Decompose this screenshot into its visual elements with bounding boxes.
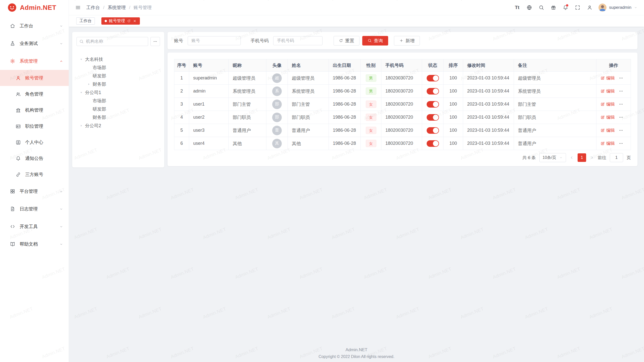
sidebar-item-workbench[interactable]: 工作台 — [0, 17, 69, 35]
search-button[interactable]: 查询 — [362, 36, 388, 46]
sidebar-item-help-docs[interactable]: 帮助文档 — [0, 235, 69, 253]
breadcrumb-item[interactable]: 工作台 — [86, 5, 100, 11]
status-toggle[interactable] — [427, 101, 439, 108]
table-row: 5 user3 普通用户 普 普通用户 1986-06-28 女 1802003… — [174, 124, 631, 137]
page-1-button[interactable]: 1 — [578, 153, 586, 162]
sidebar-item-label: 日志管理 — [20, 206, 38, 212]
status-toggle[interactable] — [427, 114, 439, 121]
search-button[interactable] — [538, 4, 545, 11]
sidebar-item-notice[interactable]: 通知公告 — [0, 150, 69, 166]
row-more-button[interactable] — [619, 128, 623, 133]
edit-label: 编辑 — [606, 75, 615, 81]
row-more-button[interactable] — [619, 76, 623, 80]
status-toggle[interactable] — [427, 127, 439, 134]
cell-name: 其他 — [288, 137, 329, 150]
sidebar-item-role-manage[interactable]: 角色管理 — [0, 86, 69, 102]
edit-button[interactable]: 编辑 — [600, 88, 615, 94]
sidebar-item-dev-tools[interactable]: 开发工具 — [0, 218, 69, 235]
sidebar-item-business-test[interactable]: 业务测试 — [0, 35, 69, 52]
sidebar-item-account-manage[interactable]: 账号管理 — [0, 70, 69, 86]
tree-caret-icon[interactable] — [79, 91, 85, 94]
tree-caret-icon[interactable] — [87, 82, 93, 86]
tree-node[interactable]: 研发部 — [76, 105, 160, 113]
row-more-button[interactable] — [619, 102, 623, 107]
tab-refresh-button[interactable] — [127, 19, 131, 23]
sidebar-toggle-button[interactable] — [74, 4, 81, 11]
cell-actions: 编辑 — [596, 98, 631, 111]
breadcrumb: 工作台/系统管理/账号管理 — [86, 5, 152, 11]
edit-button[interactable]: 编辑 — [600, 101, 615, 107]
status-toggle[interactable] — [427, 88, 439, 95]
account-input[interactable] — [188, 36, 241, 45]
sidebar-item-position-manage[interactable]: 职位管理 — [0, 118, 69, 134]
next-page-button[interactable] — [590, 155, 594, 160]
tree-node[interactable]: 财务部 — [76, 113, 160, 121]
cell-birthdate: 1986-06-28 — [329, 72, 361, 85]
sidebar-item-personal-center[interactable]: 个人中心 — [0, 134, 69, 150]
phone-input[interactable] — [273, 36, 323, 45]
tree-more-button[interactable] — [150, 37, 160, 46]
edit-button[interactable]: 编辑 — [600, 75, 615, 81]
tree-node[interactable]: 大名科技 — [76, 55, 160, 63]
row-more-button[interactable] — [619, 141, 623, 146]
tree-node[interactable]: 市场部 — [76, 97, 160, 105]
tree-node[interactable]: 市场部 — [76, 63, 160, 72]
sidebar-item-org-manage[interactable]: 机构管理 — [0, 102, 69, 118]
search-button-label: 查询 — [374, 38, 383, 44]
tree-node[interactable]: 财务部 — [76, 80, 160, 88]
cell-seq: 5 — [174, 124, 189, 137]
prev-page-button[interactable] — [570, 155, 574, 160]
user-menu[interactable]: superadmin — [598, 4, 637, 12]
sidebar-item-platform-manage[interactable]: 平台管理 — [0, 183, 69, 200]
cell-remark: 超级管理员 — [514, 72, 596, 85]
bell-button[interactable] — [562, 4, 569, 11]
cell-name: 普通用户 — [288, 124, 329, 137]
globe-button[interactable] — [526, 4, 533, 11]
cell-remark: 普通用户 — [514, 124, 596, 137]
add-button-label: 新增 — [406, 38, 415, 44]
tab-close-button[interactable] — [133, 19, 137, 23]
sidebar-item-third-party-account[interactable]: 三方账号 — [0, 166, 69, 183]
cell-gender: 男 — [361, 85, 381, 98]
goto-page-input[interactable] — [610, 153, 623, 162]
edit-button[interactable]: 编辑 — [600, 141, 615, 146]
tree-caret-icon[interactable] — [79, 58, 85, 61]
edit-label: 编辑 — [606, 127, 615, 133]
sidebar-item-log-manage[interactable]: 日志管理 — [0, 200, 69, 218]
cell-phone: 18020030720 — [381, 124, 422, 137]
fullscreen-icon — [575, 5, 580, 10]
org-search-input[interactable] — [76, 37, 148, 46]
breadcrumb-item[interactable]: 系统管理 — [108, 5, 126, 11]
user-button[interactable] — [586, 4, 593, 11]
cell-seq: 2 — [174, 85, 189, 98]
row-more-button[interactable] — [619, 115, 623, 120]
tree-node[interactable]: 研发部 — [76, 72, 160, 80]
fullscreen-button[interactable] — [574, 4, 581, 11]
status-toggle[interactable] — [427, 75, 439, 81]
breadcrumb-item[interactable]: 账号管理 — [134, 5, 152, 11]
sidebar-item-system-manage[interactable]: 系统管理 — [0, 52, 69, 70]
logo[interactable]: Admin.NET — [0, 0, 69, 15]
font-size-button[interactable]: Tt — [514, 4, 520, 11]
status-toggle[interactable] — [427, 140, 439, 147]
search-button-icon — [368, 38, 372, 43]
edit-button[interactable]: 编辑 — [600, 114, 615, 120]
tab-account-manage[interactable]: 账号管理 — [101, 17, 140, 25]
reset-button[interactable]: 重置 — [334, 36, 359, 46]
gender-badge: 男 — [366, 74, 376, 82]
page-size-select[interactable]: 10条/页 — [539, 153, 566, 162]
cell-nickname: 部门职员 — [229, 111, 266, 124]
cell-sort: 100 — [444, 124, 463, 137]
tab-workbench[interactable]: 工作台 — [76, 17, 95, 25]
edit-button[interactable]: 编辑 — [600, 127, 615, 133]
add-button[interactable]: 新增 — [394, 36, 420, 46]
column-header: 状态 — [422, 59, 444, 72]
cell-status — [422, 98, 444, 111]
cell-avatar: 部 — [266, 111, 288, 124]
tree-caret-icon[interactable] — [79, 124, 85, 127]
row-more-button[interactable] — [619, 89, 623, 94]
tree-node[interactable]: 分公司2 — [76, 121, 160, 130]
tree-node[interactable]: 分公司1 — [76, 88, 160, 97]
gift-button[interactable] — [550, 4, 557, 11]
chevron-down-icon — [59, 207, 63, 211]
